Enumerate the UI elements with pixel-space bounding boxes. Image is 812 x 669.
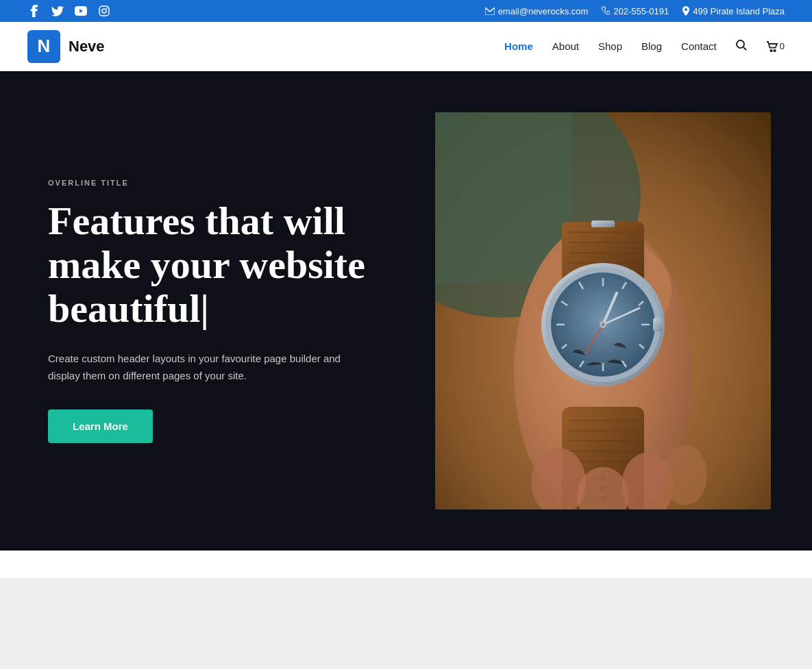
svg-point-3 — [737, 40, 744, 48]
hero-section: OVERLINE TITLE Features that will make y… — [0, 71, 812, 551]
twitter-icon[interactable] — [51, 4, 64, 18]
social-links[interactable] — [27, 4, 111, 18]
facebook-icon[interactable] — [27, 4, 41, 18]
hero-content: OVERLINE TITLE Features that will make y… — [48, 179, 404, 442]
youtube-icon[interactable] — [74, 4, 88, 18]
cart[interactable]: 0 — [766, 41, 785, 52]
nav-home[interactable]: Home — [504, 40, 533, 52]
nav-blog[interactable]: Blog — [641, 40, 662, 52]
svg-rect-53 — [435, 112, 771, 509]
logo[interactable]: N Neve — [27, 30, 105, 63]
svg-point-5 — [774, 49, 775, 51]
hero-title: Features that will make your website bea… — [48, 199, 404, 330]
nav-shop[interactable]: Shop — [598, 40, 622, 52]
hero-overline: OVERLINE TITLE — [48, 179, 404, 187]
svg-rect-0 — [99, 6, 109, 16]
navigation: N Neve Home About Shop Blog Contact 0 — [0, 22, 812, 71]
nav-about[interactable]: About — [552, 40, 579, 52]
nav-links: Home About Shop Blog Contact 0 — [504, 40, 785, 53]
nav-contact[interactable]: Contact — [681, 40, 717, 52]
logo-icon: N — [27, 30, 60, 63]
hero-image — [435, 112, 771, 509]
hero-description: Create custom header layouts in your fav… — [48, 350, 349, 385]
svg-point-1 — [102, 9, 106, 13]
top-bar: email@neverocks.com 202-555-0191 499 Pir… — [0, 0, 812, 22]
svg-point-2 — [106, 8, 108, 9]
svg-point-4 — [770, 49, 772, 51]
learn-more-button[interactable]: Learn More — [48, 409, 153, 443]
footer-white — [0, 551, 812, 578]
instagram-icon[interactable] — [97, 4, 111, 18]
address-info: 499 Pirate Island Plaza — [682, 6, 785, 16]
phone-info: 202-555-0191 — [602, 6, 669, 16]
cart-count: 0 — [780, 41, 785, 51]
contact-info: email@neverocks.com 202-555-0191 499 Pir… — [485, 6, 785, 16]
brand-name: Neve — [69, 38, 105, 55]
email-info: email@neverocks.com — [485, 6, 589, 16]
search-icon[interactable] — [736, 40, 747, 53]
